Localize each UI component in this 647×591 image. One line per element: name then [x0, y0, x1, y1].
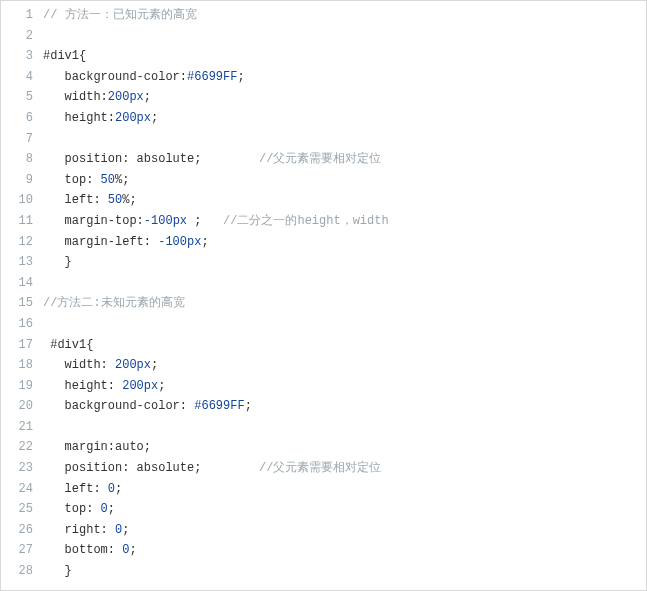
- line-number: 4: [1, 67, 43, 88]
- code-line: 12 margin-left: -100px;: [1, 232, 646, 253]
- line-number: 23: [1, 458, 43, 479]
- code-text: top:: [43, 173, 101, 187]
- line-number: 6: [1, 108, 43, 129]
- code-text: ;: [108, 502, 115, 516]
- code-text: width:: [43, 358, 115, 372]
- code-line-content: // 方法一：已知元素的高宽: [43, 5, 197, 26]
- code-literal: 0: [101, 502, 108, 516]
- line-number: 10: [1, 190, 43, 211]
- code-line: 28 }: [1, 561, 646, 582]
- code-literal: #6699FF: [187, 70, 237, 84]
- code-literal: 200px: [122, 379, 158, 393]
- code-line: 2: [1, 26, 646, 47]
- code-line: 23 position: absolute; //父元素需要相对定位: [1, 458, 646, 479]
- code-line-content: }: [43, 252, 72, 273]
- code-line-content: width: 200px;: [43, 355, 158, 376]
- code-comment: //方法二:未知元素的高宽: [43, 296, 185, 310]
- code-text: ;: [144, 90, 151, 104]
- code-line: 25 top: 0;: [1, 499, 646, 520]
- code-text: height:: [43, 111, 115, 125]
- code-text: top:: [43, 502, 101, 516]
- code-line-content: left: 50%;: [43, 190, 137, 211]
- code-text: ;: [151, 111, 158, 125]
- code-comment: //二分之一的height，width: [223, 214, 389, 228]
- code-text: position: absolute;: [43, 461, 259, 475]
- code-text: background-color:: [43, 70, 187, 84]
- code-text: ;: [158, 379, 165, 393]
- code-text: #div1{: [43, 338, 93, 352]
- code-line-content: left: 0;: [43, 479, 122, 500]
- line-number: 28: [1, 561, 43, 582]
- code-line: 17 #div1{: [1, 335, 646, 356]
- code-literal: -100px: [144, 214, 187, 228]
- code-line-content: position: absolute; //父元素需要相对定位: [43, 458, 381, 479]
- code-line-content: background-color: #6699FF;: [43, 396, 252, 417]
- code-comment: // 方法一：已知元素的高宽: [43, 8, 197, 22]
- code-line-content: margin-top:-100px ; //二分之一的height，width: [43, 211, 389, 232]
- code-text: ;: [122, 523, 129, 537]
- code-text: }: [43, 564, 72, 578]
- code-lines: 1// 方法一：已知元素的高宽23#div1{4 background-colo…: [1, 1, 646, 582]
- code-text: margin:auto;: [43, 440, 151, 454]
- code-text: width:: [43, 90, 108, 104]
- code-literal: 200px: [115, 111, 151, 125]
- line-number: 11: [1, 211, 43, 232]
- code-literal: 200px: [108, 90, 144, 104]
- line-number: 7: [1, 129, 43, 150]
- code-line: 5 width:200px;: [1, 87, 646, 108]
- code-line: 20 background-color: #6699FF;: [1, 396, 646, 417]
- line-number: 9: [1, 170, 43, 191]
- code-line: 7: [1, 129, 646, 150]
- code-text: ;: [201, 235, 208, 249]
- code-line-content: height:200px;: [43, 108, 158, 129]
- code-text: position: absolute;: [43, 152, 259, 166]
- line-number: 22: [1, 437, 43, 458]
- code-line: 9 top: 50%;: [1, 170, 646, 191]
- code-line: 8 position: absolute; //父元素需要相对定位: [1, 149, 646, 170]
- code-text: margin-left:: [43, 235, 158, 249]
- line-number: 25: [1, 499, 43, 520]
- code-line: 26 right: 0;: [1, 520, 646, 541]
- code-line: 15//方法二:未知元素的高宽: [1, 293, 646, 314]
- line-number: 5: [1, 87, 43, 108]
- code-literal: 200px: [115, 358, 151, 372]
- code-text: ;: [129, 543, 136, 557]
- code-line: 21: [1, 417, 646, 438]
- code-line: 10 left: 50%;: [1, 190, 646, 211]
- code-line-content: bottom: 0;: [43, 540, 137, 561]
- code-literal: #6699FF: [194, 399, 244, 413]
- code-line: 22 margin:auto;: [1, 437, 646, 458]
- code-line-content: #div1{: [43, 46, 86, 67]
- code-line: 13 }: [1, 252, 646, 273]
- code-line-content: right: 0;: [43, 520, 129, 541]
- code-line-content: background-color:#6699FF;: [43, 67, 245, 88]
- line-number: 13: [1, 252, 43, 273]
- line-number: 18: [1, 355, 43, 376]
- code-line-content: position: absolute; //父元素需要相对定位: [43, 149, 381, 170]
- line-number: 21: [1, 417, 43, 438]
- line-number: 20: [1, 396, 43, 417]
- code-line-content: top: 0;: [43, 499, 115, 520]
- code-line-content: margin:auto;: [43, 437, 151, 458]
- code-text: %;: [115, 173, 129, 187]
- code-text: right:: [43, 523, 115, 537]
- code-text: ;: [115, 482, 122, 496]
- line-number: 2: [1, 26, 43, 47]
- code-line-content: #div1{: [43, 335, 93, 356]
- code-literal: 50: [101, 173, 115, 187]
- code-line: 16: [1, 314, 646, 335]
- code-block: 1// 方法一：已知元素的高宽23#div1{4 background-colo…: [0, 0, 647, 591]
- code-literal: -100px: [158, 235, 201, 249]
- code-text: ;: [245, 399, 252, 413]
- code-line: 19 height: 200px;: [1, 376, 646, 397]
- code-line: 14: [1, 273, 646, 294]
- code-line-content: }: [43, 561, 72, 582]
- code-text: left:: [43, 193, 108, 207]
- line-number: 12: [1, 232, 43, 253]
- line-number: 17: [1, 335, 43, 356]
- code-line-content: width:200px;: [43, 87, 151, 108]
- code-text: left:: [43, 482, 108, 496]
- code-comment: //父元素需要相对定位: [259, 461, 381, 475]
- code-line-content: height: 200px;: [43, 376, 165, 397]
- code-text: height:: [43, 379, 122, 393]
